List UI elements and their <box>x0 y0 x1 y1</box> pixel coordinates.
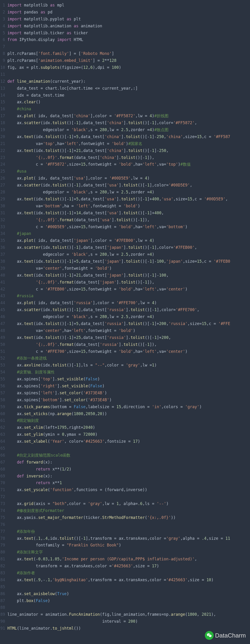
code-line[interactable]: transform = ax.transAxes,color ='#425663… <box>7 563 250 570</box>
code-line[interactable]: ax.axvline(idx.tolist()[-1],ls = "--",co… <box>7 362 250 369</box>
code-line[interactable]: c = '#FFE700',size=15,fontweight = 'bold… <box>7 348 250 355</box>
code-line[interactable]: ax.scatter(idx.tolist()[-1],data_test['r… <box>7 306 250 314</box>
code-line[interactable]: data_test = chart.loc[chart.time <= curr… <box>7 85 250 92</box>
code-line[interactable]: fontfamily = "Franklin Gothic Book") <box>7 542 250 549</box>
line-number: 31 <box>0 210 5 216</box>
code-line[interactable]: ax.text(idx.tolist()[-1]+5,data_test['ch… <box>7 134 250 140</box>
code-line[interactable]: edgecolor = 'black',s = 280,lw = 2.5,zor… <box>7 251 250 258</box>
code-line[interactable]: line_animator = animation.FuncAnimation(… <box>7 611 250 618</box>
code-line[interactable]: def forward(x): <box>7 459 250 466</box>
code-line[interactable]: edgecolor = 'black',s = 280,lw = 2.5,zor… <box>7 314 250 320</box>
code-line[interactable] <box>7 521 250 528</box>
code-line[interactable]: idx = data_test.time <box>7 92 250 99</box>
code-line[interactable]: plt.box(False) <box>7 598 250 604</box>
line-number: 75 <box>0 514 5 521</box>
code-line[interactable]: #添加注释文字 <box>7 549 250 556</box>
code-line[interactable]: ax.yaxis.set_major_formatter(ticker.StrM… <box>7 514 250 521</box>
code-line[interactable]: ax.text(idx.tolist()[-1]+5,data_test['us… <box>7 196 250 203</box>
code-line[interactable]: ax.set_xlabel('Year', color='#425663',fo… <box>7 438 250 445</box>
code-line[interactable]: from IPython.display import HTML <box>7 36 250 43</box>
code-line[interactable]: #固定轴刻度 <box>7 417 250 424</box>
code-line[interactable]: #修改刻度形式Formatter <box>7 507 250 514</box>
line-number: 37 <box>0 251 5 258</box>
code-line[interactable]: plt.rcParams['font.family'] = ['Roboto M… <box>7 50 250 57</box>
code-line[interactable]: ax.text(-0.03,1.05,'Income per person (G… <box>7 556 250 563</box>
code-line[interactable]: ax.spines['left'].set_color('#373E4B') <box>7 390 250 396</box>
code-line[interactable]: ax.set_xticks(np.arange(1800,2050,20)) <box>7 410 250 418</box>
code-line[interactable]: va='top',ha='left',fontweight = 'bold')#… <box>7 140 250 147</box>
code-line[interactable]: ax.set_yscale('function',functions = (fo… <box>7 486 250 494</box>
code-line[interactable]: va='center',ha='left',fontweight = 'bold… <box>7 327 250 334</box>
code-line[interactable]: ax.scatter(idx.tolist()[-1],data_test['j… <box>7 244 250 251</box>
code-line[interactable]: ax.spines['bottom'].set_color('#373E4B') <box>7 396 250 404</box>
code-line[interactable]: ax.text(idx.tolist()[-1]+21,data_test['j… <box>7 272 250 279</box>
code-line[interactable]: return x**1 <box>7 480 250 486</box>
code-line[interactable]: ax.plot( idx, data_test['japan'],color =… <box>7 237 250 244</box>
line-number: 15 <box>0 99 5 106</box>
code-line[interactable]: ax.set_ylim(ymin = 0,ymax = 72000) <box>7 431 250 438</box>
code-line[interactable]: #设置轴、刻度等属性 <box>7 369 250 376</box>
code-line[interactable]: return x**(1/2) <box>7 466 250 473</box>
code-line[interactable]: ax.text(.9,-.1,'by@Ninghaitao',transform… <box>7 576 250 584</box>
line-number: 47 <box>0 320 5 327</box>
code-line[interactable]: '{:,.0f}'.format(data_test['russia'].tol… <box>7 341 250 348</box>
code-line[interactable]: #russia <box>7 292 250 300</box>
code-line[interactable]: '{:,.0f}'.format(data_test['china'].toli… <box>7 154 250 161</box>
code-line[interactable]: ax.text(.1,.4,idx.tolist()[-1],transform… <box>7 535 250 542</box>
line-number: 25 <box>0 168 5 175</box>
line-number: 63 <box>0 431 5 438</box>
code-line[interactable]: def inverse(x): <box>7 473 250 480</box>
code-line[interactable] <box>7 604 250 611</box>
code-line[interactable]: ax.text(idx.tolist()[-1]+21,data_test['c… <box>7 147 250 154</box>
code-line[interactable]: #usa <box>7 168 250 175</box>
code-line[interactable]: ax.text(idx.tolist()[-1]+25,data_test['r… <box>7 334 250 341</box>
code-line[interactable]: import matplotlib.animation as animation <box>7 23 250 30</box>
line-number: 72 <box>0 494 5 500</box>
code-line[interactable]: edgecolor = 'black',s = 280,lw = 2.5,zor… <box>7 126 250 134</box>
code-line[interactable] <box>7 71 250 78</box>
code-line[interactable]: ax.scatter(idx.tolist()[-1],data_test['c… <box>7 120 250 126</box>
code-line[interactable]: ax.set_axisbelow(True) <box>7 590 250 598</box>
code-line[interactable]: #japan <box>7 230 250 237</box>
code-line[interactable]: ax.plot( idx, data_test['russia'],color … <box>7 300 250 306</box>
code-line[interactable]: ax.scatter(idx.tolist()[-1],data_test['u… <box>7 182 250 189</box>
code-line[interactable]: ax.plot( idx, data_test['usa'],color = '… <box>7 175 250 182</box>
code-line[interactable]: ax.spines['top'].set_visible(False) <box>7 376 250 383</box>
code-line[interactable]: import matplotlib as mpl <box>7 2 250 9</box>
code-line[interactable]: import pandas as pd <box>7 9 250 16</box>
code-line[interactable]: c = '#FF5872',size=15,fontweight = 'bold… <box>7 161 250 168</box>
code-line[interactable]: #china <box>7 106 250 112</box>
code-line[interactable]: c = '#00D5E9',size=15,fontweight = 'bold… <box>7 224 250 230</box>
code-line[interactable] <box>7 584 250 590</box>
code-line[interactable]: edgecolor = 'black',s = 280,lw = 2.5,zor… <box>7 189 250 196</box>
code-line[interactable]: #自定义刻度轴范围scale函数 <box>7 452 250 459</box>
code-line[interactable] <box>7 445 250 452</box>
code-line[interactable]: import matplotlib.ticker as ticker <box>7 30 250 36</box>
code-line[interactable]: import matplotlib.pyplot as plt <box>7 16 250 23</box>
code-body[interactable]: import matplotlib as mplimport pandas as… <box>7 2 250 632</box>
code-line[interactable]: ax.clear() <box>7 99 250 106</box>
code-line[interactable]: '{:,.0f}'.format(data_test['usa'].tolist… <box>7 216 250 224</box>
code-line[interactable]: def line_animation(current_year): <box>7 78 250 85</box>
code-line[interactable]: #添加年份 <box>7 528 250 535</box>
code-line[interactable]: ax.text(idx.tolist()[-1]+5,data_test['ja… <box>7 258 250 265</box>
code-line[interactable]: ax.text(idx.tolist()[-1]+14,data_test['u… <box>7 210 250 216</box>
code-line[interactable]: ax.tick_params(bottom = False,labelsize … <box>7 404 250 410</box>
code-line[interactable]: plt.rcParams['animation.embed_limit'] = … <box>7 57 250 64</box>
code-line[interactable]: va='center',fontweight = 'bold') <box>7 265 250 272</box>
code-line[interactable]: '{:,.0f}'.format(data_test['japan'].toli… <box>7 279 250 286</box>
code-line[interactable]: fig, ax = plt.subplots(figsize=(12,6),dp… <box>7 64 250 71</box>
code-line[interactable]: c = '#7FEB00',size=15,fontweight = 'bold… <box>7 286 250 293</box>
code-line[interactable]: va='bottom',ha = 'left',fontweight = 'bo… <box>7 203 250 210</box>
code-line[interactable]: ax.text(idx.tolist()[-1]+5,data_test['ru… <box>7 320 250 327</box>
code-line[interactable]: #添加作者 <box>7 570 250 576</box>
code-line[interactable]: ax.grid(axis = "both",color = 'gray',lw … <box>7 500 250 507</box>
code-line[interactable]: ax.spines['right'].set_visible(False) <box>7 383 250 390</box>
code-line[interactable] <box>7 494 250 500</box>
code-line[interactable]: ax.plot( idx, data_test['china'],color =… <box>7 112 250 120</box>
code-line[interactable]: interval = 200) <box>7 618 250 625</box>
code-line[interactable]: HTML(line_animator.to_jshtml()) <box>7 625 250 632</box>
code-line[interactable]: #添加一条推进线 <box>7 355 250 362</box>
code-line[interactable] <box>7 43 250 50</box>
code-line[interactable]: ax.set_xlim(left=1795,right=2040) <box>7 424 250 431</box>
